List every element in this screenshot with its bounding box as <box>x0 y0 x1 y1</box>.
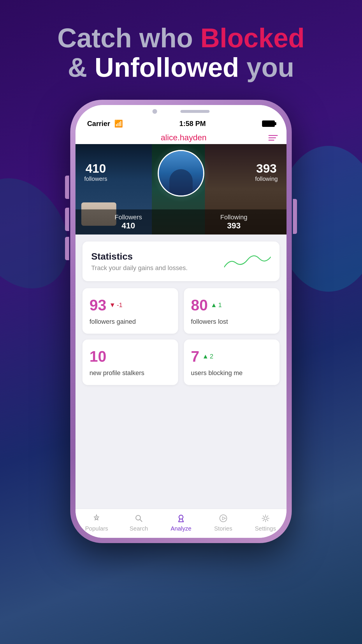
time-display: 1:58 PM <box>179 120 206 128</box>
banner-following-value: 393 <box>220 221 247 230</box>
tab-populars-label: Populars <box>85 525 108 532</box>
photo-following-stat: 393 following <box>255 162 278 182</box>
stories-icon <box>218 513 229 524</box>
svg-line-2 <box>140 519 142 522</box>
tab-settings[interactable]: Settings <box>254 513 277 532</box>
username-display[interactable]: alice.hayden <box>99 133 268 142</box>
profile-stalkers-number: 10 <box>89 348 106 365</box>
headline: Catch who Blocked & Unfollowed you <box>57 23 305 82</box>
headline-amp: & <box>68 52 95 82</box>
banner-followers-label: Followers <box>115 214 142 221</box>
tab-analyze-label: Analyze <box>171 525 191 532</box>
analyze-icon <box>176 513 186 524</box>
banner-following-label: Following <box>220 214 247 221</box>
banner-following: Following 393 <box>220 214 247 230</box>
blocking-me-card[interactable]: 7 ▲ 2 users blocking me <box>184 340 280 385</box>
tab-stories[interactable]: Stories <box>212 513 235 532</box>
tab-stories-label: Stories <box>214 525 232 532</box>
photo-followers-count: 410 <box>84 162 107 176</box>
followers-gained-number: 93 <box>89 296 106 314</box>
status-bar: Carrier 📶 1:58 PM <box>75 114 287 130</box>
camera-dot <box>152 109 157 114</box>
blocking-up-arrow: ▲ <box>202 353 209 360</box>
banner-followers-value: 410 <box>115 221 142 230</box>
headline-unfollowed: Unfollowed <box>95 52 239 82</box>
tab-analyze[interactable]: Analyze <box>169 513 193 532</box>
photo-followers-label: followers <box>84 176 107 182</box>
photo-following-label: following <box>255 176 278 182</box>
populars-icon <box>91 513 102 524</box>
speaker-grille <box>180 110 210 113</box>
profile-banner: 410 followers 393 following Followers 41… <box>75 144 287 235</box>
wifi-icon: 📶 <box>114 120 123 127</box>
headline-line1: Catch who Blocked <box>57 23 305 53</box>
stats-grid: 93 ▼ -1 followers gained 80 <box>82 288 280 385</box>
followers-lost-delta-value: 1 <box>218 301 222 309</box>
banner-stats-overlay: Followers 410 Following 393 <box>75 209 287 235</box>
followers-lost-delta: ▲ 1 <box>211 301 222 309</box>
search-icon <box>133 513 144 524</box>
main-content: Statistics Track your daily gains and lo… <box>75 235 287 509</box>
photo-followers-stat: 410 followers <box>84 162 107 182</box>
phone-mockup: Carrier 📶 1:58 PM alice.hayden <box>70 100 292 543</box>
statistics-card[interactable]: Statistics Track your daily gains and lo… <box>82 242 280 281</box>
tab-populars[interactable]: Populars <box>85 513 108 532</box>
avatar-image <box>159 151 203 195</box>
headline-line2: & Unfollowed you <box>57 53 305 82</box>
phone-shell: Carrier 📶 1:58 PM alice.hayden <box>70 100 292 543</box>
settings-icon <box>260 513 271 524</box>
followers-gained-label: followers gained <box>89 318 171 326</box>
followers-gained-delta: ▼ -1 <box>109 301 122 309</box>
tab-settings-label: Settings <box>255 525 276 532</box>
followers-lost-number-row: 80 ▲ 1 <box>191 296 273 314</box>
nav-bar: alice.hayden <box>75 130 287 144</box>
statistics-title: Statistics <box>91 251 188 262</box>
svg-point-3 <box>179 515 183 519</box>
headline-prefix: Catch who <box>57 23 201 53</box>
phone-screen: Carrier 📶 1:58 PM alice.hayden <box>75 105 287 538</box>
followers-gained-delta-value: -1 <box>117 301 123 309</box>
profile-stalkers-label: new profile stalkers <box>89 369 171 377</box>
headline-you: you <box>239 52 294 82</box>
blocking-me-delta: ▲ 2 <box>202 353 213 360</box>
tab-search-label: Search <box>130 525 148 532</box>
delta-down-arrow: ▼ <box>109 301 116 309</box>
statistics-subtitle: Track your daily gains and losses. <box>91 264 188 272</box>
blocking-me-number: 7 <box>191 348 199 365</box>
blocking-me-delta-value: 2 <box>210 353 213 360</box>
followers-gained-number-row: 93 ▼ -1 <box>89 296 171 314</box>
followers-lost-label: followers lost <box>191 318 273 326</box>
statistics-chart <box>224 250 271 273</box>
battery-area <box>262 120 275 127</box>
followers-gained-card[interactable]: 93 ▼ -1 followers gained <box>82 288 178 334</box>
tab-bar: Populars Search <box>75 509 287 538</box>
banner-followers: Followers 410 <box>115 214 142 230</box>
svg-point-7 <box>264 517 267 520</box>
profile-stalkers-card[interactable]: 10 new profile stalkers <box>82 340 178 385</box>
delta-up-arrow: ▲ <box>211 301 217 309</box>
carrier-label: Carrier 📶 <box>87 120 123 128</box>
followers-lost-card[interactable]: 80 ▲ 1 followers lost <box>184 288 280 334</box>
svg-marker-6 <box>222 517 226 520</box>
profile-stalkers-number-row: 10 <box>89 348 171 365</box>
tab-search[interactable]: Search <box>127 513 150 532</box>
battery-icon <box>262 120 275 127</box>
statistics-text: Statistics Track your daily gains and lo… <box>91 251 188 272</box>
headline-blocked: Blocked <box>200 23 305 53</box>
blocking-me-label: users blocking me <box>191 369 273 377</box>
blocking-me-number-row: 7 ▲ 2 <box>191 348 273 365</box>
notch-area <box>75 105 287 114</box>
menu-button[interactable] <box>268 135 278 141</box>
photo-following-count: 393 <box>255 162 278 176</box>
followers-lost-number: 80 <box>191 296 208 314</box>
profile-avatar <box>158 150 204 197</box>
